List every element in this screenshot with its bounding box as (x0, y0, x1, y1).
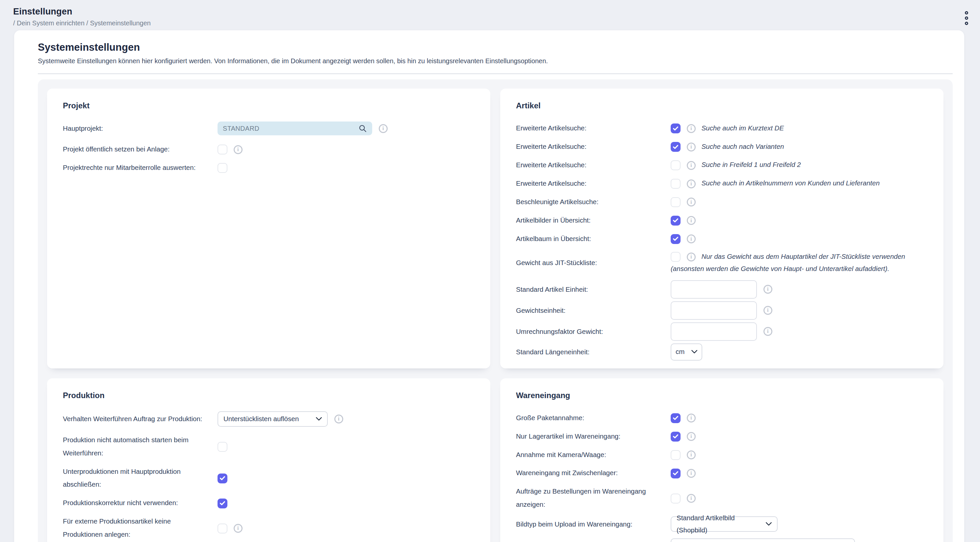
info-icon[interactable] (334, 414, 343, 424)
setting-label: Erweiterte Artikelsuche: (516, 158, 671, 172)
info-icon[interactable] (687, 469, 696, 478)
setting-label: Produktion nicht automatisch starten bei… (63, 434, 218, 460)
setting-label: Standard Längeneinheit: (516, 346, 671, 359)
checkbox[interactable] (671, 216, 681, 226)
info-icon[interactable] (687, 450, 696, 459)
checkbox[interactable] (671, 469, 681, 478)
setting-label: Erweiterte Artikelsuche: (516, 177, 671, 190)
text-input[interactable] (671, 322, 757, 341)
select-bildtyp-upload[interactable]: Standard Artikelbild (Shopbild) (671, 516, 778, 532)
setting-row: Wareneingang mit Zwischenlager: (516, 466, 928, 480)
setting-label: Artikelbilder in Übersicht: (516, 214, 671, 227)
cards-well: Projekt Hauptprojekt: STANDARD (38, 79, 953, 542)
setting-label: Annahme mit Kamera/Waage: (516, 448, 671, 461)
checkbox[interactable] (671, 252, 681, 262)
app-header: Einstellungen / Dein System einrichten /… (0, 0, 980, 30)
setting-label: Nur Lagerartikel im Wareneingang: (516, 430, 671, 443)
setting-row: Erweiterte Artikelsuche: Suche auch in A… (516, 177, 928, 190)
setting-row: Erweiterte Artikelsuche: Suche auch nach… (516, 140, 928, 153)
setting-row: Standard Artikel Einheit: (516, 280, 928, 299)
section-divider (38, 73, 953, 74)
checkbox[interactable] (671, 450, 681, 460)
checkbox[interactable] (218, 145, 228, 155)
info-icon[interactable] (687, 253, 696, 261)
text-input[interactable] (671, 301, 757, 320)
setting-label: Verhalten beim Scannen im Wareneingang: (516, 540, 671, 542)
info-icon[interactable] (687, 432, 696, 441)
checkbox[interactable] (671, 234, 681, 244)
setting-row: Gewichtseinheit: (516, 301, 928, 320)
setting-label: Aufträge zu Bestellungen im Wareneingang… (516, 485, 671, 511)
setting-row: Produktion nicht automatisch starten bei… (63, 434, 474, 460)
checkbox[interactable] (218, 499, 228, 509)
chevron-down-icon (766, 522, 772, 526)
info-icon[interactable] (687, 198, 696, 206)
checkbox[interactable] (218, 473, 228, 483)
setting-label: Erweiterte Artikelsuche: (516, 121, 671, 135)
setting-row: Erweiterte Artikelsuche: Suche auch im K… (516, 121, 928, 135)
setting-row: Bildtyp beim Upload im Wareneingang: Sta… (516, 516, 928, 532)
setting-row: Umrechnungsfaktor Gewicht: (516, 322, 928, 341)
setting-row: Projektrechte nur Mitarbeiterrolle auswe… (63, 161, 474, 174)
setting-row: Beschleunigte Artikelsuche: (516, 195, 928, 209)
info-icon[interactable] (379, 124, 388, 133)
card-title: Artikel (516, 101, 928, 110)
setting-row: Hauptprojekt: STANDARD (63, 121, 474, 136)
setting-row: Unterproduktionen mit Hauptproduktion ab… (63, 465, 474, 491)
info-icon[interactable] (687, 234, 696, 243)
checkbox[interactable] (671, 494, 681, 504)
info-icon[interactable] (764, 306, 772, 315)
info-icon[interactable] (687, 216, 696, 225)
search-input[interactable]: STANDARD (218, 121, 372, 136)
setting-label: Projekt öffentlich setzen bei Anlage: (63, 143, 218, 156)
select-verhalten-scannen[interactable]: Nur Seriennummern erfassen (671, 538, 855, 542)
select-standard-laengeneinheit[interactable]: cm (671, 343, 702, 360)
info-icon[interactable] (234, 145, 243, 154)
setting-row: Verhalten Weiterführen Auftrag zur Produ… (63, 411, 474, 427)
checkbox[interactable] (671, 142, 681, 152)
info-icon[interactable] (687, 179, 696, 188)
setting-row: Projekt öffentlich setzen bei Anlage: (63, 143, 474, 156)
setting-label: Gewicht aus JIT-Stückliste: (516, 256, 671, 269)
setting-note: Suche auch im Kurztext DE (701, 124, 784, 132)
info-icon[interactable] (687, 161, 696, 170)
checkbox[interactable] (671, 160, 681, 170)
checkbox[interactable] (671, 123, 681, 133)
info-icon[interactable] (687, 143, 696, 151)
setting-label: Große Paketannahme: (516, 411, 671, 424)
setting-note: Suche auch nach Varianten (701, 143, 784, 150)
checkbox[interactable] (671, 432, 681, 442)
setting-row: Artikelbaum in Übersicht: (516, 232, 928, 245)
checkbox[interactable] (218, 524, 228, 534)
checkbox[interactable] (218, 442, 228, 452)
info-icon[interactable] (234, 524, 243, 533)
checkbox[interactable] (671, 197, 681, 207)
setting-label: Wareneingang mit Zwischenlager: (516, 466, 671, 480)
checkbox[interactable] (671, 413, 681, 423)
setting-label: Projektrechte nur Mitarbeiterrolle auswe… (63, 161, 218, 174)
checkbox[interactable] (218, 163, 228, 173)
setting-label: Erweiterte Artikelsuche: (516, 140, 671, 153)
setting-row: Aufträge zu Bestellungen im Wareneingang… (516, 485, 928, 511)
info-icon[interactable] (764, 327, 772, 336)
setting-label: Verhalten Weiterführen Auftrag zur Produ… (63, 412, 218, 426)
card-title: Produktion (63, 391, 474, 400)
chevron-down-icon (691, 350, 697, 354)
kebab-menu-icon[interactable] (963, 9, 970, 27)
info-icon[interactable] (764, 285, 772, 294)
kebab-dot (965, 11, 968, 14)
info-icon[interactable] (687, 414, 696, 422)
page-description: Systemweite Einstellungen können hier ko… (38, 57, 953, 65)
setting-row: Produktionskorrektur nicht verwenden: (63, 496, 474, 509)
setting-row: Verhalten beim Scannen im Wareneingang: … (516, 538, 928, 542)
select-verhalten-weiterfuehren[interactable]: Unterstücklisten auflösen (218, 411, 328, 427)
setting-row: Große Paketannahme: (516, 411, 928, 424)
checkbox[interactable] (671, 179, 681, 189)
text-input[interactable] (671, 280, 757, 299)
cards-grid: Projekt Hauptprojekt: STANDARD (47, 89, 943, 542)
select-value: Unterstücklisten auflösen (223, 413, 299, 425)
info-icon[interactable] (687, 124, 696, 133)
info-icon[interactable] (687, 494, 696, 503)
card-title: Projekt (63, 101, 474, 110)
setting-row: Nur Lagerartikel im Wareneingang: (516, 430, 928, 443)
